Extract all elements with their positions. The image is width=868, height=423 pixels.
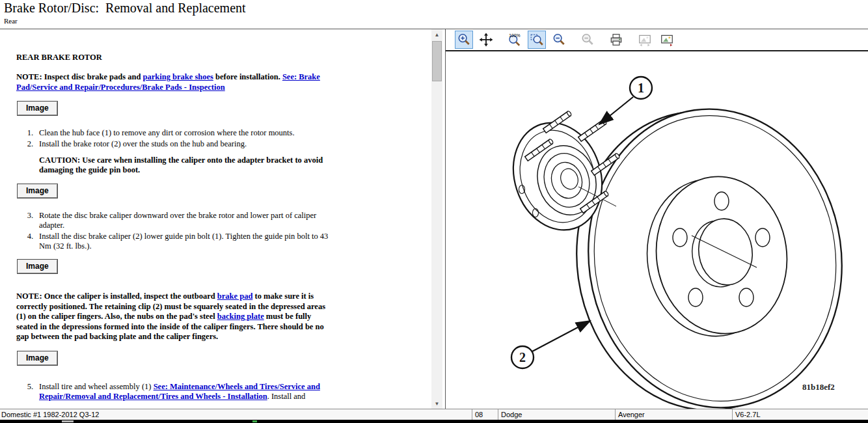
image-button-2[interactable]: Image: [18, 184, 57, 198]
note-text: NOTE: Inspect disc brake pads and: [16, 72, 143, 81]
diagram-area: 1 2 81b18ef2: [446, 53, 868, 409]
step-number: 4.: [16, 232, 33, 252]
callout-1: 1: [599, 77, 652, 124]
pan-icon: [479, 33, 493, 47]
step-text: Rotate the disc brake caliper downward o…: [39, 211, 330, 231]
step-text-part: . Install and: [267, 392, 306, 401]
pan-button[interactable]: [477, 31, 495, 49]
print-icon: [609, 33, 623, 47]
print-button[interactable]: [607, 31, 625, 49]
steps-5: 5. Install tire and wheel assembly (1) S…: [16, 382, 330, 402]
taskbar-artifact: [62, 420, 74, 422]
window-header: Brake Rotor/Disc: Removal and Replacemen…: [0, 0, 868, 29]
document-scrollbar[interactable]: ▲ ▼: [431, 29, 442, 409]
rotor-disc: [558, 92, 861, 409]
backing-plate-link[interactable]: backing plate: [217, 312, 264, 321]
steps-3-4: 3. Rotate the disc brake caliper downwar…: [16, 211, 330, 252]
section-heading: REAR BRAKE ROTOR: [16, 53, 330, 62]
next-image-icon: [660, 33, 674, 47]
status-product: Domestic #1 1982-2012 Q3-12: [0, 409, 472, 420]
zoom-out-button[interactable]: [550, 31, 568, 49]
step-text: Install the brake rotor (2) over the stu…: [39, 139, 330, 149]
step-text: Install tire and wheel assembly (1) See:…: [39, 382, 330, 402]
brake-rotor-diagram: 1 2 81b18ef2: [446, 53, 868, 409]
prev-image-button[interactable]: [636, 31, 654, 49]
zoom-100-icon: 100%: [507, 33, 522, 47]
scroll-up-icon[interactable]: ▲: [431, 29, 442, 40]
taskbar-artifact: [252, 420, 257, 422]
step-number: 3.: [16, 211, 33, 231]
figure-code-label: 81b18ef2: [802, 382, 835, 392]
image-button-4[interactable]: Image: [18, 351, 57, 365]
steps-1-2: 1. Clean the hub face (1) to remove any …: [16, 128, 330, 149]
zoom-in-icon: [457, 33, 471, 47]
zoom-in-button[interactable]: [455, 31, 473, 49]
procedure-panel: REAR BRAKE ROTOR NOTE: Inspect disc brak…: [0, 29, 445, 409]
note-text: NOTE: Once the caliper is installed, ins…: [16, 292, 217, 301]
status-year: 08: [472, 409, 498, 420]
note-caliper: NOTE: Once the caliper is installed, ins…: [16, 292, 330, 342]
step-number: 2.: [16, 139, 33, 149]
page-title: Brake Rotor/Disc: Removal and Replacemen…: [4, 1, 246, 16]
bottom-black-bar: [0, 420, 868, 423]
main-split: REAR BRAKE ROTOR NOTE: Inspect disc brak…: [0, 29, 868, 409]
step-1: 1. Clean the hub face (1) to remove any …: [16, 128, 330, 138]
image-button-3[interactable]: Image: [18, 260, 57, 273]
svg-text:1: 1: [638, 81, 644, 95]
svg-text:100%: 100%: [509, 33, 520, 38]
step-text-part: Install tire and wheel assembly (1): [39, 382, 154, 391]
vehicle-statusbar: Domestic #1 1982-2012 Q3-12 08 Dodge Ave…: [0, 409, 868, 420]
note-text: before installation.: [213, 72, 282, 81]
step-3: 3. Rotate the disc brake caliper downwar…: [16, 211, 330, 231]
step-number: 1.: [16, 128, 33, 138]
zoom-window-icon: [530, 33, 544, 47]
caution-text: CAUTION: Use care when installing the ca…: [39, 156, 328, 176]
zoom-full-icon: [580, 33, 595, 47]
step-5: 5. Install tire and wheel assembly (1) S…: [16, 382, 330, 402]
zoom-window-button[interactable]: [528, 31, 546, 49]
next-image-button[interactable]: [658, 31, 676, 49]
procedure-document: REAR BRAKE ROTOR NOTE: Inspect disc brak…: [16, 53, 330, 407]
step-4: 4. Install the disc brake caliper (2) lo…: [16, 232, 330, 252]
page-subtitle: Rear: [4, 17, 18, 25]
step-number: 5.: [16, 382, 33, 402]
prev-image-icon: [638, 33, 652, 47]
zoom-out-icon: [552, 33, 566, 47]
scroll-down-icon[interactable]: ▼: [431, 398, 442, 409]
image-toolbar: 100%: [446, 29, 868, 51]
parking-brake-shoes-link[interactable]: parking brake shoes: [143, 72, 213, 81]
illustration-panel: 100%: [445, 29, 868, 409]
status-engine: V6-2.7L: [732, 409, 868, 420]
status-model: Avenger: [615, 409, 732, 420]
image-button-1[interactable]: Image: [18, 102, 57, 115]
callout-2: 2: [511, 321, 590, 368]
note-installation: NOTE: Inspect disc brake pads and parkin…: [16, 72, 330, 92]
step-text: Install the disc brake caliper (2) lower…: [39, 232, 330, 252]
svg-text:2: 2: [519, 350, 526, 364]
step-text: Clean the hub face (1) to remove any dir…: [39, 128, 330, 138]
status-make: Dodge: [498, 409, 615, 420]
zoom-100-button[interactable]: 100%: [506, 31, 524, 49]
step-2: 2. Install the brake rotor (2) over the …: [16, 139, 330, 149]
brake-pad-link[interactable]: brake pad: [217, 292, 253, 301]
scrollbar-thumb[interactable]: [432, 41, 442, 81]
zoom-full-button[interactable]: [578, 31, 597, 49]
